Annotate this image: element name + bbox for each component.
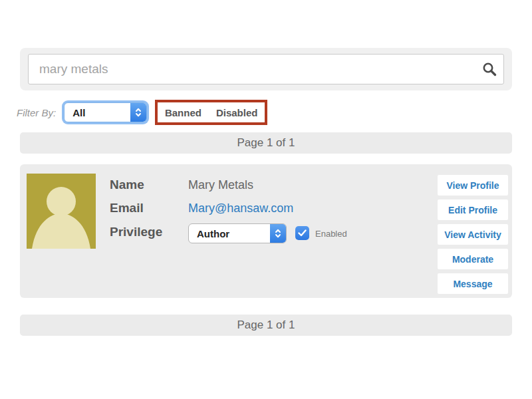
name-label: Name bbox=[110, 178, 144, 192]
user-admin-page: Filter By: All Banned Disabled Page 1 of… bbox=[0, 0, 532, 399]
filter-select-value: All bbox=[72, 107, 85, 118]
view-profile-button[interactable]: View Profile bbox=[438, 175, 508, 196]
checkmark-icon bbox=[298, 229, 307, 237]
search-bar-container bbox=[20, 48, 512, 90]
avatar bbox=[27, 174, 96, 249]
name-value: Mary Metals bbox=[188, 178, 253, 192]
search-input[interactable] bbox=[28, 54, 504, 84]
filter-by-label: Filter By: bbox=[17, 107, 56, 118]
user-card: Name Mary Metals Email Mary@hansaw.com P… bbox=[20, 164, 512, 298]
view-activity-button[interactable]: View Activity bbox=[438, 224, 508, 245]
select-stepper-icon bbox=[130, 103, 146, 122]
privilege-select[interactable]: Author bbox=[188, 223, 287, 243]
enabled-checkbox[interactable] bbox=[295, 226, 309, 240]
enabled-label: Enabled bbox=[315, 229, 347, 239]
moderate-button[interactable]: Moderate bbox=[438, 249, 508, 269]
filter-select[interactable]: All bbox=[64, 102, 147, 122]
filter-row: Filter By: All Banned Disabled bbox=[17, 98, 267, 126]
message-button[interactable]: Message bbox=[438, 273, 508, 294]
filter-disabled-button[interactable]: Disabled bbox=[216, 107, 258, 118]
pagination-text-bottom: Page 1 of 1 bbox=[237, 319, 295, 332]
highlight-annotation-box: Banned Disabled bbox=[155, 100, 267, 125]
pagination-bar-top: Page 1 of 1 bbox=[20, 132, 512, 154]
edit-profile-button[interactable]: Edit Profile bbox=[438, 200, 508, 220]
select-stepper-icon bbox=[270, 224, 286, 243]
action-buttons-column: View Profile Edit Profile View Activity … bbox=[438, 175, 508, 294]
pagination-text-top: Page 1 of 1 bbox=[237, 136, 295, 150]
pagination-bar-bottom: Page 1 of 1 bbox=[20, 315, 512, 336]
search-icon[interactable] bbox=[481, 61, 497, 77]
privilege-select-value: Author bbox=[197, 228, 229, 239]
email-link[interactable]: Mary@hansaw.com bbox=[188, 201, 293, 215]
filter-banned-button[interactable]: Banned bbox=[165, 107, 201, 118]
privilege-label: Privilege bbox=[110, 225, 162, 239]
email-label: Email bbox=[110, 201, 144, 215]
